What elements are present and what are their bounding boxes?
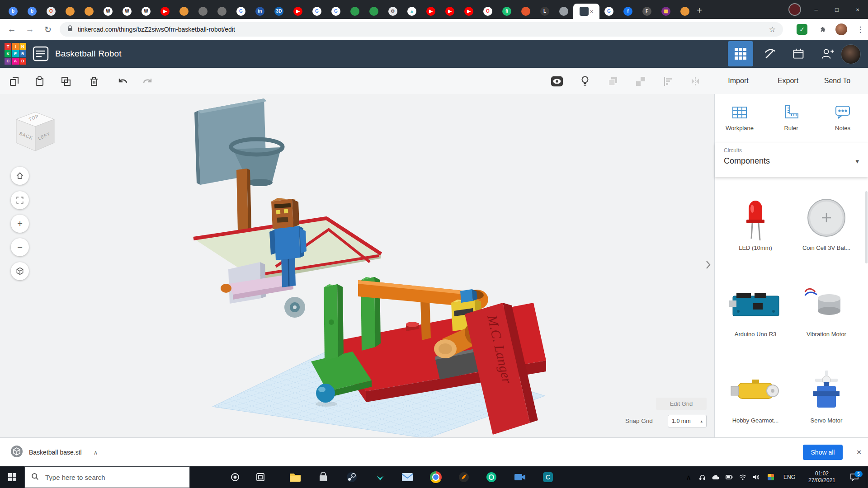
browser-tab[interactable] <box>554 4 573 19</box>
window-minimize-button[interactable]: – <box>806 0 826 19</box>
browser-tab[interactable]: L <box>535 4 554 19</box>
browser-tab[interactable]: 3D <box>269 4 288 19</box>
component-vibration-motor[interactable]: Vibration Motor <box>792 277 861 338</box>
browser-tab[interactable]: G <box>326 4 345 19</box>
component-coin-cell[interactable]: Coin Cell 3V Bat... <box>792 191 861 251</box>
browser-tab[interactable]: ▶ <box>459 4 478 19</box>
perspective-toggle-button[interactable] <box>11 262 29 280</box>
adblock-extension-icon[interactable]: ✓ <box>797 24 807 35</box>
send-to-button[interactable]: Send To <box>819 68 855 94</box>
bookmark-star-icon[interactable]: ☆ <box>769 25 776 34</box>
import-button[interactable]: Import <box>722 68 754 94</box>
new-tab-button[interactable]: + <box>692 4 707 17</box>
export-button[interactable]: Export <box>772 68 804 94</box>
notes-tool[interactable]: Notes <box>819 104 866 131</box>
user-avatar[interactable] <box>841 44 861 64</box>
browser-tab[interactable]: O <box>478 4 497 19</box>
browser-profile-avatar[interactable] <box>835 23 847 35</box>
taskbar-search[interactable] <box>24 466 190 488</box>
taskbar-clock[interactable]: 01:02 27/03/2021 <box>804 466 840 488</box>
design-title[interactable]: Basketball Robot <box>55 40 122 68</box>
tinkercad-logo[interactable]: TINKERCAD <box>5 43 26 65</box>
store-icon[interactable] <box>312 466 334 488</box>
browser-tab[interactable]: f <box>618 4 637 19</box>
panel-scrollbar[interactable] <box>865 191 868 263</box>
3d-viewport[interactable]: M.C. Langer <box>0 94 714 437</box>
copy-icon[interactable] <box>8 75 21 88</box>
component-gearmotor[interactable]: Hobby Gearmot... <box>721 364 790 424</box>
panel-collapse-handle[interactable] <box>703 256 712 274</box>
browser-tab[interactable] <box>345 4 364 19</box>
browser-tab[interactable]: b <box>23 4 42 19</box>
show-all-downloads-button[interactable]: Show all <box>803 445 843 460</box>
browser-tab[interactable]: O <box>42 4 61 19</box>
camera-icon[interactable] <box>509 466 531 488</box>
cortana-icon[interactable] <box>224 466 246 488</box>
download-caret-icon[interactable]: ∧ <box>94 449 98 456</box>
extensions-puzzle-icon[interactable] <box>813 19 829 40</box>
group-icon[interactable] <box>607 75 619 88</box>
browser-tab[interactable]: in <box>250 4 269 19</box>
browser-tab[interactable]: fi <box>497 4 516 19</box>
download-bar-close-icon[interactable]: × <box>853 443 865 461</box>
browser-tab[interactable]: G <box>307 4 326 19</box>
component-led[interactable]: LED (10mm) <box>721 191 790 251</box>
element-icon[interactable] <box>481 466 502 488</box>
language-indicator[interactable]: ENG <box>780 466 798 488</box>
delete-icon[interactable] <box>88 75 100 88</box>
paste-icon[interactable] <box>33 75 46 88</box>
design-properties-icon[interactable] <box>33 46 49 63</box>
ungroup-icon[interactable] <box>634 75 647 88</box>
browser-tab[interactable] <box>175 4 193 19</box>
camtasia-icon[interactable]: C <box>537 466 559 488</box>
file-explorer-icon[interactable] <box>284 466 306 488</box>
download-item[interactable]: Basketball base.stl ∧ <box>10 438 98 467</box>
forward-icon[interactable]: → <box>22 19 38 40</box>
battery-icon[interactable] <box>723 466 735 488</box>
tray-expand-icon[interactable]: ∧ <box>683 466 694 488</box>
predator-icon[interactable] <box>369 466 391 488</box>
chevron-down-icon[interactable]: ▾ <box>855 157 859 165</box>
mail-icon[interactable] <box>396 466 418 488</box>
browser-tab[interactable]: F <box>637 4 656 19</box>
steam-icon[interactable] <box>341 466 363 488</box>
gpu-app-icon[interactable] <box>765 466 777 488</box>
browser-tab[interactable] <box>212 4 231 19</box>
browser-tab[interactable]: ▦ <box>656 4 675 19</box>
cloud-icon[interactable] <box>710 466 722 488</box>
browser-tab[interactable]: ▲ <box>402 4 421 19</box>
chrome-icon[interactable] <box>425 466 447 488</box>
redo-icon[interactable] <box>142 75 155 88</box>
headset-icon[interactable] <box>696 466 708 488</box>
component-category-card[interactable]: Circuits Components ▾ <box>715 143 868 177</box>
ruler-tool[interactable]: Ruler <box>768 104 815 131</box>
component-servo[interactable]: Servo Motor <box>792 364 861 424</box>
volume-icon[interactable] <box>750 466 762 488</box>
search-input[interactable] <box>44 473 182 482</box>
wifi-icon[interactable] <box>737 466 749 488</box>
task-view-icon[interactable] <box>250 466 271 488</box>
edit-grid-button[interactable]: Edit Grid <box>656 398 707 410</box>
browser-tab[interactable]: G <box>231 4 250 19</box>
browser-tab[interactable] <box>80 4 99 19</box>
action-center-icon[interactable]: 5 <box>844 466 864 488</box>
align-icon[interactable] <box>662 75 675 88</box>
lightbulb-icon[interactable] <box>579 75 591 88</box>
browser-tab[interactable] <box>364 4 383 19</box>
add-user-icon[interactable] <box>819 46 835 62</box>
browser-tab[interactable] <box>61 4 80 19</box>
tab-close-icon[interactable]: × <box>590 8 594 15</box>
browser-status-icon[interactable] <box>788 3 801 16</box>
browser-tab[interactable]: W <box>99 4 118 19</box>
view-cube[interactable]: TOP BACK LEFT <box>13 109 58 155</box>
browser-tab[interactable]: ▶ <box>440 4 459 19</box>
calendar-icon[interactable] <box>790 46 807 62</box>
browser-tab[interactable]: ⚙ <box>383 4 402 19</box>
back-icon[interactable]: ← <box>4 19 20 40</box>
workplane-tool[interactable]: Workplane <box>716 104 763 131</box>
start-button[interactable] <box>0 466 24 488</box>
dashboard-grid-button[interactable] <box>728 41 753 66</box>
duplicate-icon[interactable] <box>60 75 72 88</box>
browser-tab[interactable] <box>193 4 212 19</box>
fit-view-button[interactable] <box>11 191 29 209</box>
